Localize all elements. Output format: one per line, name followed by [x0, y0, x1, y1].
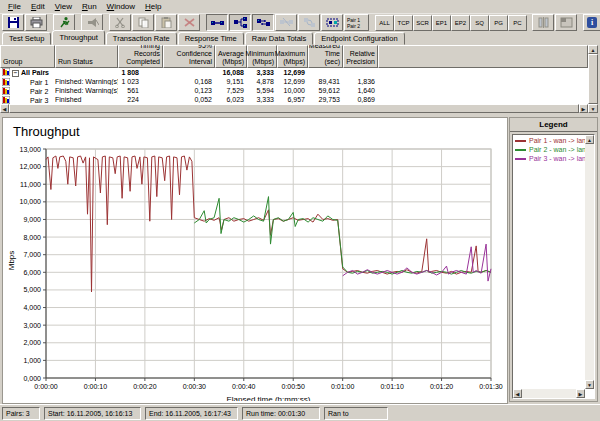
time-cell: 89,431 — [308, 78, 343, 85]
filter-tcp-button[interactable]: TCP — [394, 15, 413, 31]
scroll-up-button[interactable]: ▲ — [588, 45, 598, 54]
filter-pc-button[interactable]: PC — [508, 15, 527, 31]
legend-item-label: Pair 1 - wan -> lan — [529, 136, 586, 145]
splitter-button[interactable] — [532, 14, 554, 31]
legend-item-pair-3[interactable]: Pair 3 - wan -> lan — [515, 154, 584, 163]
table-row-pair-1[interactable]: Pair 1Finished: Warning(s)1 0230,1689,15… — [0, 77, 588, 86]
tab-raw-data-totals[interactable]: Raw Data Totals — [245, 32, 313, 45]
filter-ep1-button[interactable]: EP1 — [432, 15, 451, 31]
scroll-left-button[interactable]: ◀ — [0, 104, 9, 113]
tab-transaction-rate[interactable]: Transaction Rate — [106, 32, 177, 45]
filter-all-button[interactable]: ALL — [375, 15, 394, 31]
delete-pair-button[interactable] — [178, 14, 200, 31]
scroll-left-button[interactable]: ◀ — [513, 389, 522, 398]
swap-endpoints-button[interactable] — [298, 14, 320, 31]
group-cell: −All Pairs — [0, 68, 55, 77]
legend-item-pair-2[interactable]: Pair 2 - wan -> lan — [515, 145, 584, 154]
scroll-right-button[interactable]: ▶ — [579, 104, 588, 113]
table-horizontal-scrollbar[interactable]: ◀ ▶ — [0, 104, 588, 113]
table-row-pair-2[interactable]: Pair 2Finished: Warning(s)5610,1237,5295… — [0, 86, 588, 95]
copy-button[interactable] — [132, 14, 154, 31]
menu-help[interactable]: Help — [140, 2, 166, 11]
legend-line-swatch — [515, 140, 526, 142]
print-button[interactable] — [25, 14, 47, 31]
save-button[interactable] — [2, 14, 24, 31]
table-row-pair-3[interactable]: Pair 3Finished2240,0526,0233,3336,95729,… — [0, 95, 588, 104]
y-tick-label: 3,000 — [23, 322, 41, 329]
scroll-down-button[interactable]: ▼ — [585, 380, 594, 389]
group-label: Pair 2 — [30, 88, 48, 95]
menu-view[interactable]: View — [50, 2, 77, 11]
info-button[interactable]: i — [583, 14, 600, 31]
column-header-3[interactable]: 95% Confidence Interval — [163, 45, 215, 68]
y-tick-label: 6,000 — [23, 269, 41, 276]
tab-test-setup[interactable]: Test Setup — [2, 32, 51, 45]
legend-vertical-scrollbar[interactable]: ▲ ▼ — [585, 135, 594, 389]
menu-file[interactable]: File — [3, 2, 26, 11]
column-header-1[interactable]: Run Status — [55, 45, 118, 68]
panel-button[interactable] — [555, 14, 577, 31]
filter-pg-button[interactable]: PG — [489, 15, 508, 31]
scrollbar-thumb[interactable] — [588, 54, 598, 104]
column-header-2[interactable]: Timing Records Completed — [118, 45, 163, 68]
min-cell: 5,594 — [247, 87, 277, 94]
menu-run[interactable]: Run — [77, 2, 102, 11]
legend-list: Pair 1 - wan -> lanPair 2 - wan -> lanPa… — [512, 134, 595, 399]
y-tick-label: 5,000 — [23, 286, 41, 293]
tab-throughput[interactable]: Throughput — [52, 30, 104, 45]
column-header-5[interactable]: Minimum (Mbps) — [247, 45, 277, 68]
cut-button[interactable] — [109, 14, 131, 31]
scroll-up-button[interactable]: ▲ — [585, 135, 594, 144]
add-pair-button[interactable] — [206, 14, 228, 31]
filter-scr-button[interactable]: SCR — [413, 15, 432, 31]
printer-icon — [30, 14, 43, 32]
confidence-cell: 0,168 — [163, 78, 215, 85]
menu-window[interactable]: Window — [102, 2, 140, 11]
pair-list-button[interactable]: Pair 1Pair 2 — [344, 14, 369, 31]
column-header-6[interactable]: Maximum (Mbps) — [277, 45, 308, 68]
menu-edit[interactable]: Edit — [26, 2, 50, 11]
runner-icon — [58, 14, 71, 32]
column-header-4[interactable]: Average (Mbps) — [215, 45, 247, 68]
scroll-down-button[interactable]: ▼ — [588, 104, 598, 113]
application-window: FileEditViewRunWindowHelp Pair 1Pair 2AL… — [0, 0, 600, 421]
scroll-right-button[interactable]: ▶ — [576, 389, 585, 398]
column-header-0[interactable]: Group — [0, 45, 55, 68]
pair-arrows-icon — [257, 14, 270, 32]
y-tick-label: 11,000 — [20, 181, 41, 188]
abort-icon — [86, 14, 99, 32]
legend-item-pair-1[interactable]: Pair 1 - wan -> lan — [515, 136, 584, 145]
tab-bar: Test SetupThroughputTransaction RateResp… — [0, 32, 600, 45]
info-icon: i — [587, 17, 597, 28]
run-test-button[interactable] — [53, 14, 75, 31]
collapse-toggle[interactable]: − — [12, 70, 19, 77]
group-cell: Pair 1 — [0, 78, 55, 86]
panel-icon — [560, 14, 573, 32]
legend-item-label: Pair 3 - wan -> lan — [529, 154, 586, 163]
avg-cell: 9,151 — [215, 78, 247, 85]
scrollbar-thumb[interactable] — [9, 104, 579, 113]
y-tick-label: 10,000 — [20, 198, 42, 205]
filter-sq-button[interactable]: SQ — [470, 15, 489, 31]
add-multicast-group-button[interactable] — [229, 14, 251, 31]
filter-ep2-button[interactable]: EP2 — [451, 15, 470, 31]
column-header-7[interactable]: Measured Time (sec) — [308, 45, 343, 68]
group-pairs-button[interactable] — [321, 14, 343, 31]
group-label: Pair 1 — [30, 79, 48, 86]
legend-horizontal-scrollbar[interactable]: ◀ ▶ — [513, 389, 585, 398]
column-header-8[interactable]: Relative Precision — [343, 45, 378, 68]
paste-button[interactable] — [155, 14, 177, 31]
replicate-pair-button[interactable] — [275, 14, 297, 31]
abort-run-button[interactable] — [81, 14, 103, 31]
edit-pair-button[interactable] — [252, 14, 274, 31]
records-cell: 561 — [118, 87, 163, 94]
throughput-chart: 0,0001,0002,0003,0004,0005,0006,0007,000… — [3, 118, 505, 401]
table-vertical-scrollbar[interactable]: ▲ ▼ — [588, 45, 598, 113]
run-status-cell: Finished: Warning(s) — [55, 78, 118, 85]
table-row-all-pairs[interactable]: −All Pairs1 80816,0883,33312,699 — [0, 68, 588, 77]
pair-chart-icon — [2, 68, 10, 76]
tab-endpoint-configuration[interactable]: Endpoint Configuration — [314, 32, 404, 45]
time-cell: 29,753 — [308, 96, 343, 103]
max-cell: 6,957 — [277, 96, 308, 103]
tab-response-time[interactable]: Response Time — [178, 32, 244, 45]
